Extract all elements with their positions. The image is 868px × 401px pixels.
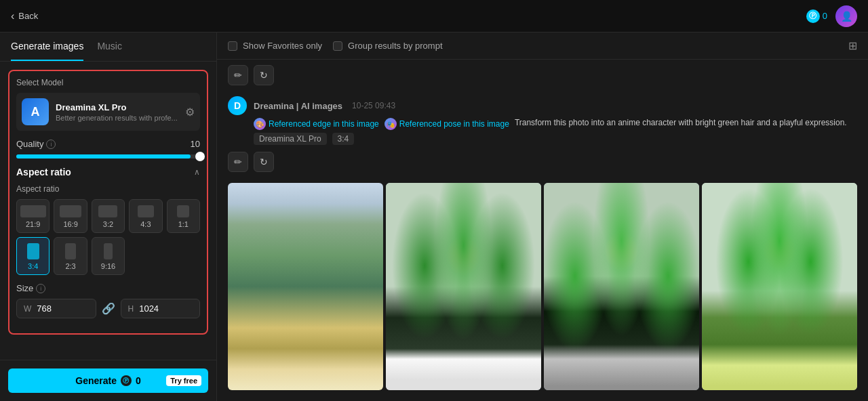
edit-icon-button[interactable]: ✏ <box>228 65 248 85</box>
anime-image-1 <box>228 183 383 390</box>
generate-label: Generate <box>75 375 117 386</box>
width-label: W <box>24 304 31 314</box>
model-settings-icon[interactable]: ⚙ <box>185 106 195 119</box>
ref-edge-tag[interactable]: 🎨 Referenced edge in this image <box>254 118 379 130</box>
refresh-icon-button-2[interactable]: ↻ <box>254 152 274 172</box>
image-item-4[interactable] <box>702 183 857 390</box>
aspect-icon-16-9 <box>60 205 81 217</box>
dreamina-avatar: D <box>228 96 247 115</box>
quality-label: Quality i <box>16 139 56 149</box>
aspect-icon-9-16 <box>104 243 113 259</box>
avatar[interactable]: 👤 <box>835 5 857 27</box>
size-label: Size <box>16 283 33 293</box>
prompt-section: D Dreamina | AI images 10-25 09:43 🎨 Ref… <box>217 91 868 149</box>
sidebar-tabs: Generate images Music <box>0 33 216 62</box>
slider-fill <box>16 154 191 159</box>
model-desc: Better generation results with profe... <box>56 114 178 122</box>
coin-icon: Ⓟ <box>806 9 820 23</box>
size-info-icon[interactable]: i <box>36 284 45 293</box>
anime-image-4 <box>702 183 857 390</box>
generate-section: Generate Ⓟ 0 Try free <box>0 360 216 401</box>
ref-edge-icon: 🎨 <box>254 118 266 130</box>
grid-view-icon[interactable]: ⊞ <box>848 39 857 52</box>
image-item-3[interactable] <box>544 183 699 390</box>
group-results-checkbox[interactable] <box>333 41 342 51</box>
right-panel: Show Favorites only Group results by pro… <box>217 33 868 401</box>
sidebar: Generate images Music Select Model A Dre… <box>0 33 217 401</box>
model-icon: A <box>22 98 49 125</box>
back-label: Back <box>18 11 38 21</box>
quality-section: Quality i 10 <box>16 139 200 159</box>
aspect-item-21-9[interactable]: 21:9 <box>16 199 50 233</box>
prompt-header: D Dreamina | AI images 10-25 09:43 <box>228 96 857 115</box>
slider-thumb[interactable] <box>195 152 205 161</box>
anime-image-3 <box>544 183 699 390</box>
prompt-author: Dreamina | AI images <box>254 101 342 111</box>
badge-ratio: 3:4 <box>332 133 355 145</box>
back-button[interactable]: ‹ Back <box>11 10 38 22</box>
image-item-2[interactable] <box>386 183 541 390</box>
height-label: H <box>128 304 134 314</box>
model-info: Dreamina XL Pro Better generation result… <box>56 102 178 122</box>
main-layout: Generate images Music Select Model A Dre… <box>0 33 868 401</box>
aspect-icon-4-3 <box>138 205 154 217</box>
aspect-ratio-section: Aspect ratio ∧ Aspect ratio 21:9 <box>16 167 200 275</box>
topbar: ‹ Back Ⓟ 0 👤 <box>0 0 868 33</box>
link-icon[interactable]: 🔗 <box>102 302 115 315</box>
group-results-toggle[interactable]: Group results by prompt <box>333 41 442 51</box>
anime-image-2 <box>386 183 541 390</box>
size-inputs: W 768 🔗 H 1024 <box>16 299 200 318</box>
model-section-label: Select Model <box>16 78 200 87</box>
height-value[interactable]: 1024 <box>139 303 159 314</box>
edit-icon-button-2[interactable]: ✏ <box>228 152 248 172</box>
group-results-label: Group results by prompt <box>348 41 442 51</box>
show-favorites-toggle[interactable]: Show Favorites only <box>228 41 322 51</box>
aspect-icon-3-2 <box>98 205 117 217</box>
image-grid <box>217 177 868 401</box>
prompt-text: Transform this photo into an anime chara… <box>515 118 847 127</box>
chevron-up-icon: ∧ <box>194 167 200 177</box>
tab-music[interactable]: Music <box>97 33 122 61</box>
ref-pose-label: Referenced pose in this image <box>399 119 509 129</box>
tab-generate[interactable]: Generate images <box>11 33 83 61</box>
favorites-checkbox[interactable] <box>228 41 237 51</box>
prompt-meta: 10-25 09:43 <box>352 101 395 110</box>
aspect-item-3-4[interactable]: 3:4 <box>16 237 50 275</box>
prompt-badges: Dreamina XL Pro 3:4 <box>228 133 857 145</box>
ref-edge-label: Referenced edge in this image <box>269 119 379 129</box>
size-section: Size i W 768 🔗 H 1024 <box>16 283 200 318</box>
aspect-item-9-16[interactable]: 9:16 <box>92 237 125 275</box>
aspect-icon-21-9 <box>20 205 46 217</box>
generate-button[interactable]: Generate Ⓟ 0 Try free <box>8 368 208 393</box>
aspect-item-1-1[interactable]: 1:1 <box>167 199 200 233</box>
model-and-settings-section: Select Model A Dreamina XL Pro Better ge… <box>8 70 208 335</box>
action-bar-2: ✏ ↻ <box>217 149 868 177</box>
quality-slider[interactable] <box>16 154 200 159</box>
width-input-group: W 768 <box>16 299 96 318</box>
aspect-item-4-3[interactable]: 4:3 <box>129 199 162 233</box>
model-card[interactable]: A Dreamina XL Pro Better generation resu… <box>16 93 200 131</box>
sidebar-content: Select Model A Dreamina XL Pro Better ge… <box>0 62 216 360</box>
quality-value: 10 <box>191 139 200 149</box>
aspect-icon-3-4 <box>27 243 39 259</box>
aspect-ratio-header[interactable]: Aspect ratio ∧ <box>16 167 200 177</box>
aspect-item-16-9[interactable]: 16:9 <box>54 199 87 233</box>
width-value[interactable]: 768 <box>37 303 52 314</box>
refresh-icon-button[interactable]: ↻ <box>254 65 274 85</box>
aspect-item-2-3[interactable]: 2:3 <box>54 237 87 275</box>
aspect-item-3-2[interactable]: 3:2 <box>92 199 125 233</box>
coin-badge: Ⓟ 0 <box>806 9 827 23</box>
height-input-group: H 1024 <box>121 299 201 318</box>
aspect-grid-row1: 21:9 16:9 3:2 <box>16 199 200 233</box>
model-name: Dreamina XL Pro <box>56 102 178 112</box>
topbar-right: Ⓟ 0 👤 <box>806 5 857 27</box>
ref-pose-tag[interactable]: 🎭 Referenced pose in this image <box>384 118 509 130</box>
show-favorites-label: Show Favorites only <box>243 41 322 51</box>
aspect-ratio-title: Aspect ratio <box>16 167 71 177</box>
aspect-icon-1-1 <box>177 205 189 217</box>
coin-count: 0 <box>823 11 827 21</box>
image-item-1[interactable] <box>228 183 383 390</box>
action-bar: ✏ ↻ <box>217 60 868 91</box>
generate-coin-value: 0 <box>136 375 141 386</box>
quality-info-icon[interactable]: i <box>46 140 56 149</box>
